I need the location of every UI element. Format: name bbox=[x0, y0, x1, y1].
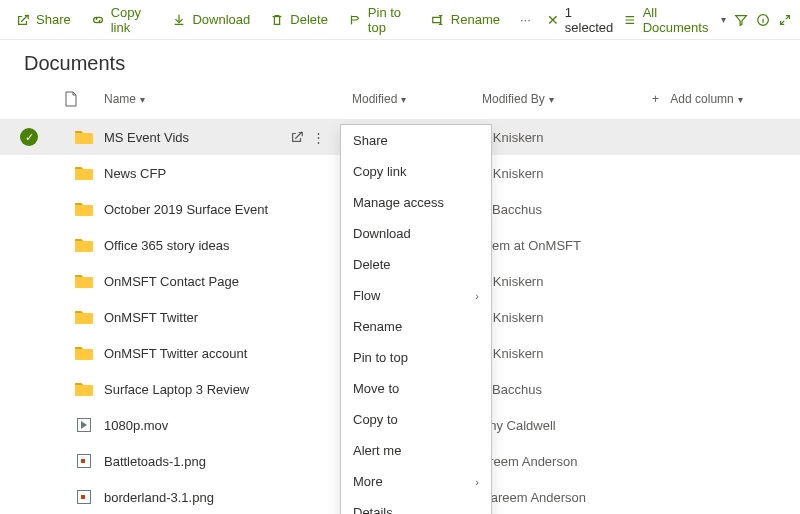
ctx-pin[interactable]: Pin to top bbox=[341, 342, 491, 373]
chevron-down-icon: ▾ bbox=[738, 94, 743, 105]
ctx-share[interactable]: Share bbox=[341, 125, 491, 156]
file-name[interactable]: 1080p.mov bbox=[104, 418, 352, 433]
ctx-more[interactable]: More› bbox=[341, 466, 491, 497]
svg-rect-0 bbox=[433, 17, 441, 22]
view-selector-label: All Documents bbox=[643, 5, 715, 35]
ellipsis-icon: ··· bbox=[520, 12, 531, 27]
link-icon bbox=[91, 13, 105, 27]
ctx-download[interactable]: Download bbox=[341, 218, 491, 249]
ctx-flow[interactable]: Flow› bbox=[341, 280, 491, 311]
pin-icon bbox=[348, 13, 362, 27]
ctx-manage-access[interactable]: Manage access bbox=[341, 187, 491, 218]
download-button[interactable]: Download bbox=[164, 8, 258, 31]
file-name[interactable]: borderland-3.1.png bbox=[104, 490, 352, 505]
chevron-down-icon: ▾ bbox=[140, 94, 145, 105]
info-icon[interactable] bbox=[756, 12, 770, 28]
file-name[interactable]: OnMSFT Twitter account bbox=[104, 346, 352, 361]
column-add[interactable]: + Add column▾ bbox=[652, 92, 800, 106]
folder-icon bbox=[74, 309, 94, 325]
plus-icon: + bbox=[652, 92, 659, 106]
ctx-details[interactable]: Details bbox=[341, 497, 491, 514]
file-icon bbox=[64, 91, 78, 107]
column-modified[interactable]: Modified▾ bbox=[352, 92, 482, 106]
file-name[interactable]: Office 365 story ideas bbox=[104, 238, 352, 253]
chevron-down-icon: ▾ bbox=[401, 94, 406, 105]
folder-icon bbox=[74, 237, 94, 253]
expand-icon[interactable] bbox=[778, 12, 792, 28]
file-name[interactable]: Surface Laptop 3 Review bbox=[104, 382, 352, 397]
file-modified-by: p Kniskern bbox=[482, 310, 652, 325]
ctx-alert-me[interactable]: Alert me bbox=[341, 435, 491, 466]
file-modified-by: if Bacchus bbox=[482, 382, 652, 397]
image-icon bbox=[77, 454, 91, 468]
copy-link-label: Copy link bbox=[111, 5, 153, 35]
delete-button[interactable]: Delete bbox=[262, 8, 336, 31]
list-icon bbox=[623, 12, 637, 28]
file-modified-by: p Kniskern bbox=[482, 274, 652, 289]
share-inline-icon[interactable] bbox=[290, 130, 304, 144]
file-modified-by: p Kniskern bbox=[482, 166, 652, 181]
ctx-delete[interactable]: Delete bbox=[341, 249, 491, 280]
view-selector[interactable]: All Documents ▾ bbox=[623, 5, 726, 35]
more-actions-button[interactable]: ··· bbox=[512, 8, 539, 31]
copy-link-button[interactable]: Copy link bbox=[83, 1, 161, 39]
ctx-copy-to[interactable]: Copy to bbox=[341, 404, 491, 435]
chevron-right-icon: › bbox=[475, 476, 479, 488]
file-modified-by: Kareem Anderson bbox=[482, 490, 652, 505]
rename-label: Rename bbox=[451, 12, 500, 27]
file-modified-by: p Kniskern bbox=[482, 346, 652, 361]
ctx-rename[interactable]: Rename bbox=[341, 311, 491, 342]
video-icon bbox=[77, 418, 91, 432]
column-file-type[interactable] bbox=[64, 91, 104, 107]
clear-selection-icon[interactable]: ✕ bbox=[547, 12, 559, 28]
file-name[interactable]: OnMSFT Twitter bbox=[104, 310, 352, 325]
selection-count-label: 1 selected bbox=[565, 5, 615, 35]
file-modified-by: nny Caldwell bbox=[482, 418, 652, 433]
rename-button[interactable]: Rename bbox=[423, 8, 508, 31]
file-name[interactable]: News CFP bbox=[104, 166, 352, 181]
pin-button[interactable]: Pin to top bbox=[340, 1, 419, 39]
download-icon bbox=[172, 13, 186, 27]
row-more-icon[interactable]: ⋮ bbox=[312, 130, 325, 145]
file-modified-by: areem Anderson bbox=[482, 454, 652, 469]
share-button[interactable]: Share bbox=[8, 8, 79, 31]
share-icon bbox=[16, 13, 30, 27]
trash-icon bbox=[270, 13, 284, 27]
image-icon bbox=[77, 490, 91, 504]
column-modified-by[interactable]: Modified By▾ bbox=[482, 92, 652, 106]
page-title: Documents bbox=[0, 40, 800, 79]
filter-icon[interactable] bbox=[734, 12, 748, 28]
folder-icon bbox=[74, 165, 94, 181]
file-modified-by: p Kniskern bbox=[482, 130, 652, 145]
context-menu: Share Copy link Manage access Download D… bbox=[340, 124, 492, 514]
file-name[interactable]: Battletoads-1.png bbox=[104, 454, 352, 469]
folder-icon bbox=[74, 273, 94, 289]
folder-icon bbox=[74, 129, 94, 145]
folder-icon bbox=[74, 345, 94, 361]
rename-icon bbox=[431, 13, 445, 27]
pin-label: Pin to top bbox=[368, 5, 411, 35]
ctx-move-to[interactable]: Move to bbox=[341, 373, 491, 404]
chevron-right-icon: › bbox=[475, 290, 479, 302]
chevron-down-icon: ▾ bbox=[549, 94, 554, 105]
delete-label: Delete bbox=[290, 12, 328, 27]
column-name[interactable]: Name▾ bbox=[104, 92, 352, 106]
folder-icon bbox=[74, 201, 94, 217]
share-label: Share bbox=[36, 12, 71, 27]
file-name[interactable]: OnMSFT Contact Page bbox=[104, 274, 352, 289]
selection-count[interactable]: ✕ 1 selected bbox=[547, 5, 615, 35]
column-header-row: Name▾ Modified▾ Modified By▾ + Add colum… bbox=[0, 79, 800, 119]
file-name[interactable]: October 2019 Surface Event bbox=[104, 202, 352, 217]
file-modified-by: if Bacchus bbox=[482, 202, 652, 217]
selected-check-icon[interactable]: ✓ bbox=[20, 128, 38, 146]
ctx-copy-link[interactable]: Copy link bbox=[341, 156, 491, 187]
folder-icon bbox=[74, 381, 94, 397]
download-label: Download bbox=[192, 12, 250, 27]
chevron-down-icon: ▾ bbox=[721, 14, 726, 25]
file-modified-by: stem at OnMSFT bbox=[482, 238, 652, 253]
command-bar: Share Copy link Download Delete Pin to t… bbox=[0, 0, 800, 40]
